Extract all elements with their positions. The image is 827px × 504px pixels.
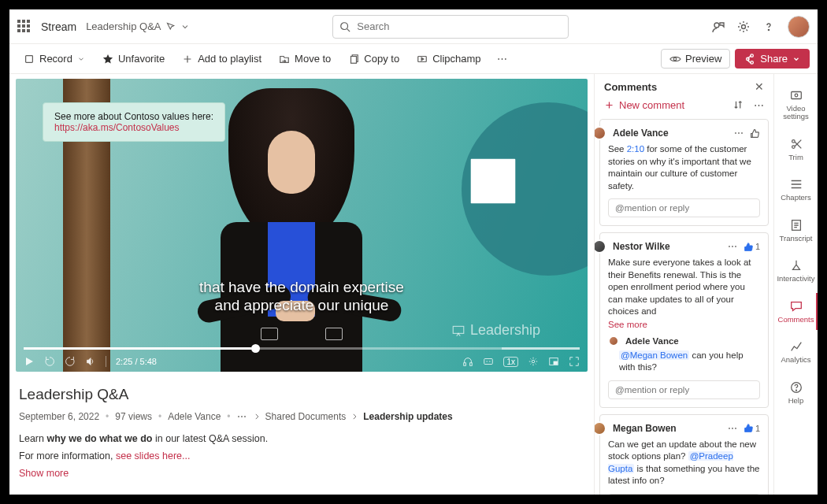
chevron-right-icon: [350, 413, 358, 421]
clipchamp-button[interactable]: Clipchamp: [410, 50, 487, 68]
pip-icon: [548, 356, 559, 367]
chapter-thumb[interactable]: [325, 328, 343, 340]
avatar[interactable]: [595, 126, 606, 140]
comment-overflow[interactable]: ⋯: [728, 423, 737, 434]
caption-line-2: and appreciate our unique: [199, 296, 404, 315]
mention[interactable]: @Megan Bowen: [619, 350, 689, 360]
sort-icon[interactable]: [733, 99, 744, 110]
add-playlist-button[interactable]: Add to playlist: [176, 50, 268, 68]
body: Leadership See more about Contoso values…: [9, 74, 818, 495]
show-more-button[interactable]: Show more: [19, 468, 69, 479]
rail-trim[interactable]: Trim: [774, 131, 818, 168]
eye-icon: [669, 54, 681, 65]
video-author[interactable]: Adele Vance: [168, 411, 221, 422]
copy-icon: [348, 54, 359, 65]
svg-rect-18: [791, 92, 801, 99]
timestamp-link[interactable]: 2:10: [627, 144, 644, 154]
comment-author[interactable]: Adele Vance: [613, 128, 669, 139]
video-player[interactable]: Leadership See more about Contoso values…: [16, 79, 588, 372]
overflow-button[interactable]: ⋯: [492, 53, 512, 65]
person-feedback-icon[interactable]: [712, 20, 725, 33]
callout-link[interactable]: https://aka.ms/ContosoValues: [54, 122, 180, 133]
reply-input[interactable]: @mention or reply: [608, 380, 760, 399]
document-name[interactable]: Leadership Q&A: [86, 20, 189, 32]
share-icon: [744, 54, 755, 65]
reply-input[interactable]: @mention or reply: [608, 494, 760, 495]
video-meta: Leadership Q&A September 6, 2022• 97 vie…: [16, 372, 588, 488]
comment-overflow[interactable]: ⋯: [734, 128, 744, 139]
closed-caption: that have the domain expertise and appre…: [199, 278, 404, 316]
captions-button[interactable]: [483, 356, 494, 367]
comment-author[interactable]: Megan Bowen: [613, 423, 677, 434]
svg-point-21: [792, 146, 795, 149]
progress-bar[interactable]: [24, 347, 580, 350]
unfavorite-button[interactable]: Unfavorite: [96, 50, 171, 68]
chapter-thumb[interactable]: [261, 328, 278, 340]
rail-help[interactable]: Help: [774, 374, 818, 411]
gear-icon[interactable]: [737, 20, 750, 33]
caption-line-1: that have the domain expertise: [199, 278, 404, 297]
rail-interactivity[interactable]: Interactivity: [774, 252, 818, 289]
reply-author[interactable]: Adele Vance: [625, 336, 679, 346]
thumb-up-icon: [744, 423, 754, 433]
video-description: Learn why we do what we do in our latest…: [19, 433, 584, 479]
rail-chapters[interactable]: Chapters: [774, 171, 818, 208]
headphones-button[interactable]: [462, 356, 473, 367]
comment-card: Adele Vance ⋯ See 2:10 for some of the c…: [599, 119, 769, 226]
headphones-icon: [462, 356, 473, 367]
volume-button[interactable]: [85, 356, 96, 367]
rail-comments[interactable]: Comments: [774, 293, 818, 330]
scissors-icon: [789, 137, 803, 151]
reply-input[interactable]: @mention or reply: [608, 198, 760, 217]
close-comments-button[interactable]: ✕: [755, 80, 764, 93]
callout-text: See more about Contoso values here:: [54, 111, 213, 122]
see-more-button[interactable]: See more: [608, 320, 647, 329]
video-title: Leadership Q&A: [19, 386, 584, 403]
chevron-down-icon: [792, 55, 800, 63]
rail-video-settings[interactable]: Video settings: [774, 82, 818, 128]
comments-icon: [789, 299, 803, 313]
like-button[interactable]: [750, 128, 760, 139]
plus-icon: [182, 54, 193, 65]
slides-link[interactable]: see slides here...: [116, 450, 191, 461]
search-box[interactable]: [332, 15, 569, 39]
comment-overflow[interactable]: ⋯: [728, 241, 737, 252]
svg-point-0: [341, 22, 348, 29]
comments-overflow[interactable]: ⋯: [754, 99, 764, 111]
comment-author[interactable]: Nestor Wilke: [613, 241, 670, 252]
rewind-10-button[interactable]: [44, 356, 55, 367]
new-comment-label: New comment: [619, 99, 684, 111]
avatar[interactable]: [595, 239, 606, 254]
settings-button[interactable]: [528, 356, 539, 367]
play-button[interactable]: [24, 356, 35, 367]
comment-card: Megan Bowen ⋯ 1 Can we get an update abo…: [599, 414, 769, 495]
avatar[interactable]: [595, 421, 606, 435]
crumb-current[interactable]: Leadership updates: [363, 411, 452, 422]
fullscreen-button[interactable]: [569, 356, 580, 367]
rail-analytics[interactable]: Analytics: [774, 333, 818, 370]
like-button[interactable]: 1: [744, 423, 760, 433]
playback-speed[interactable]: 1x: [503, 357, 518, 367]
forward-10-button[interactable]: [65, 356, 76, 367]
record-button[interactable]: Record: [17, 50, 91, 68]
interactive-callout[interactable]: See more about Contoso values here: http…: [43, 102, 225, 142]
copy-to-button[interactable]: Copy to: [342, 50, 406, 68]
svg-point-7: [673, 57, 677, 61]
move-to-button[interactable]: Move to: [273, 50, 337, 68]
user-avatar[interactable]: [788, 16, 810, 38]
player-controls: 2:25 / 5:48 1x: [16, 351, 588, 372]
brand-label[interactable]: Stream: [41, 20, 76, 33]
preview-button[interactable]: Preview: [661, 49, 730, 69]
comment-reply: Adele Vance @Megan Bowen can you help wi…: [608, 335, 760, 374]
meta-overflow[interactable]: ⋯: [237, 411, 247, 422]
search-input[interactable]: [355, 20, 562, 33]
pip-button[interactable]: [548, 356, 559, 367]
help-icon[interactable]: [762, 20, 775, 33]
like-button[interactable]: 1: [744, 242, 760, 252]
rail-transcript[interactable]: Transcript: [774, 212, 818, 249]
share-button[interactable]: Share: [735, 49, 810, 69]
crumb-parent[interactable]: Shared Documents: [265, 411, 347, 422]
new-comment-button[interactable]: New comment: [604, 99, 684, 111]
video-subline: September 6, 2022• 97 views• Adele Vance…: [19, 411, 584, 422]
app-launcher-icon[interactable]: [17, 20, 32, 34]
